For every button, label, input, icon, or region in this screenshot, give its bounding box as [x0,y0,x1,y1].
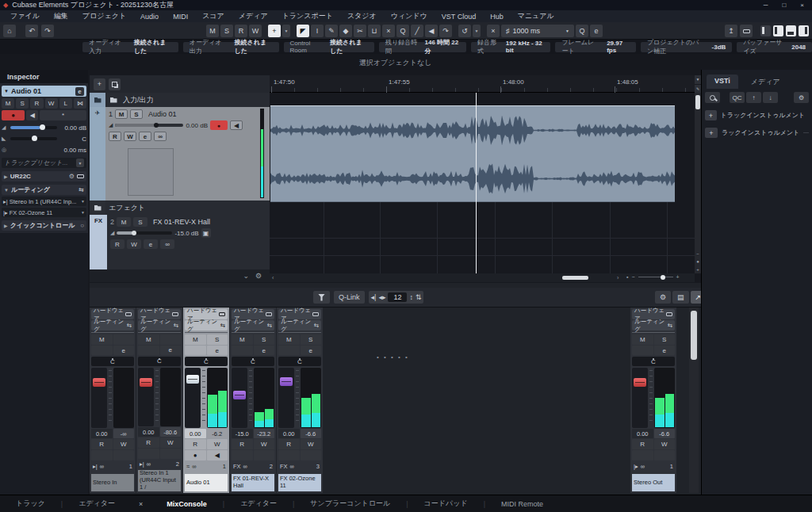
edit-channel-button[interactable]: e [301,346,322,355]
pan-control[interactable]: C [138,357,181,366]
volume-value[interactable]: 0.00 [138,427,159,437]
ruler-options-icon[interactable]: ▼ [695,75,701,84]
mixer-channel[interactable]: ハードウェア ルーティング⇆ M e C 0.00 -80.6 R W [136,308,182,493]
status-バッファーサイズ[interactable]: バッファーサイズ2048 [737,42,812,52]
volume-slider[interactable] [117,231,172,235]
add-track-button[interactable]: + [94,78,105,90]
peak-value[interactable]: -6.6 [301,429,322,438]
peak-value[interactable]: -6.2 [207,429,228,438]
mute-button[interactable]: M [632,334,653,345]
plus-icon[interactable]: + [705,110,717,120]
track-name[interactable]: FX 01-REV-X Hall [153,218,210,226]
audio-event[interactable] [270,105,675,202]
solo-button[interactable]: S [254,334,275,345]
freeze-button[interactable]: * [40,110,86,120]
pan-control[interactable]: C [278,357,321,366]
menu-マニュアル[interactable]: マニュアル [511,11,561,21]
zoom-tool[interactable]: Q [396,25,409,37]
monitor-button[interactable] [654,450,676,460]
mute-button[interactable]: M [2,98,14,109]
menu-MIDI[interactable]: MIDI [166,13,195,21]
mixer-channel[interactable]: ハードウェア ルーティング⇆ M S e C 0.00 -6.2 R W ● ◀ [183,308,229,493]
volume-slider[interactable] [10,126,57,129]
record-arm-button[interactable]: ● [185,450,206,460]
edit-channel-button[interactable]: e [254,346,275,355]
read-automation-button[interactable]: R [278,439,300,449]
section-routing[interactable]: ▼ ルーティング ⇆ [2,185,86,195]
write-automation-button[interactable]: W [113,439,135,449]
record-arm-button[interactable] [632,450,653,460]
record-arm-button[interactable] [138,449,159,459]
section-ur22c[interactable]: ▶ UR22C ⚙ [2,171,86,181]
tab-エディター[interactable]: エディター [224,499,293,509]
track-fx-01[interactable]: FX 2 M S FX 01-REV-X Hall ◢ -15.0 dB ▣ [90,215,270,269]
acoustic-feedback-icon[interactable]: ↺ [458,25,471,37]
menu-メディア[interactable]: メディア [232,11,275,21]
bypass-icon[interactable]: ▣ [201,228,211,238]
fader-handle[interactable] [93,378,105,387]
left-zone-layout-button[interactable] [773,25,783,36]
edit-channel-button[interactable]: e [113,346,135,355]
quantize-button[interactable]: Q [576,25,588,37]
record-arm-button[interactable] [91,450,113,460]
automation-w-button[interactable]: W [249,25,262,37]
peak-value[interactable]: -∞ [113,429,135,438]
write-automation-button[interactable]: W [160,437,182,448]
quantize-panel-button[interactable]: e [590,25,603,37]
mute-button[interactable]: M [278,334,300,345]
close-button[interactable]: × [800,2,804,9]
auto-scroll-icon[interactable]: + [268,25,281,37]
track-preset-field[interactable]: トラックプリセット... ▼ [2,158,86,168]
channel-filter-icon[interactable] [313,291,330,304]
solo-button[interactable]: S [133,217,147,227]
volume-slider[interactable] [115,124,183,127]
close-lower-zone-icon[interactable]: × [131,500,151,508]
mute-button[interactable]: M [138,334,159,345]
chevron-down-icon[interactable]: ▼ [282,25,290,37]
status-フレームレート[interactable]: フレームレート29.97 fps [555,42,636,52]
solo-button[interactable]: S [130,109,143,119]
status-オーディオ出力[interactable]: オーディオ出力接続されました [183,42,279,52]
mute-button[interactable]: M [232,334,253,345]
read-automation-button[interactable]: R [109,132,121,141]
scroll-left-icon[interactable]: ‹ [272,275,274,281]
channel-routing-button[interactable]: ルーティング⇆ [278,320,321,331]
tab-MIDI Remote[interactable]: MIDI Remote [485,500,559,508]
channel-name[interactable]: FX 01-REV-X Hall [232,474,274,491]
zoom-preset-icon[interactable]: ▪ [626,274,628,280]
solo-button[interactable]: S [207,334,228,345]
arrow-up-icon[interactable]: ↑ [746,92,761,103]
record-arm-button[interactable]: ● [2,110,25,120]
automation-r-button[interactable]: R [235,25,247,37]
pan-control[interactable]: C [232,357,274,366]
scrollbar-thumb[interactable] [695,95,700,109]
channel-routing-button[interactable]: ルーティング⇆ [138,320,181,331]
fader[interactable] [91,368,107,428]
event-display[interactable] [270,93,695,273]
track-picture[interactable] [128,148,174,196]
monitor-button[interactable] [254,450,275,460]
maximize-button[interactable]: □ [782,2,786,9]
open-mixconsole-icon[interactable]: ▤ [672,291,689,304]
menu-VST Cloud[interactable]: VST Cloud [435,13,483,21]
volume-value[interactable]: 0.00 [632,429,653,438]
undo-icon[interactable]: ↶ [25,25,38,37]
edit-channel-settings-button[interactable]: e [144,239,158,249]
add-rack-instrument[interactable]: + ラックインストゥルメント [702,124,812,141]
status-録音形式[interactable]: 録音形式192 kHz - 32 bit [471,42,550,52]
fader-handle[interactable] [233,391,246,399]
mute-tool[interactable]: × [382,25,395,37]
menu-ウィンドウ[interactable]: ウィンドウ [384,11,435,21]
read-automation-button[interactable]: R [138,437,159,448]
monitor-button[interactable]: ◀ [26,110,38,120]
scroll-right-icon[interactable]: › [617,275,619,281]
redo-icon[interactable]: ↷ [41,25,54,37]
tab-トラック[interactable]: トラック [0,499,61,509]
fader[interactable] [232,368,247,428]
status-プロジェクトのパン補正[interactable]: プロジェクトのパン補正-3dB [641,42,732,52]
keyboard-icon[interactable] [77,174,84,178]
record-arm-button[interactable] [232,450,253,460]
fader-handle[interactable] [140,378,152,387]
pan-control[interactable]: C [91,357,134,366]
mixer-channel[interactable]: ハードウェア ルーティング⇆ M S e C -15.0 -23.2 R W [230,308,276,493]
